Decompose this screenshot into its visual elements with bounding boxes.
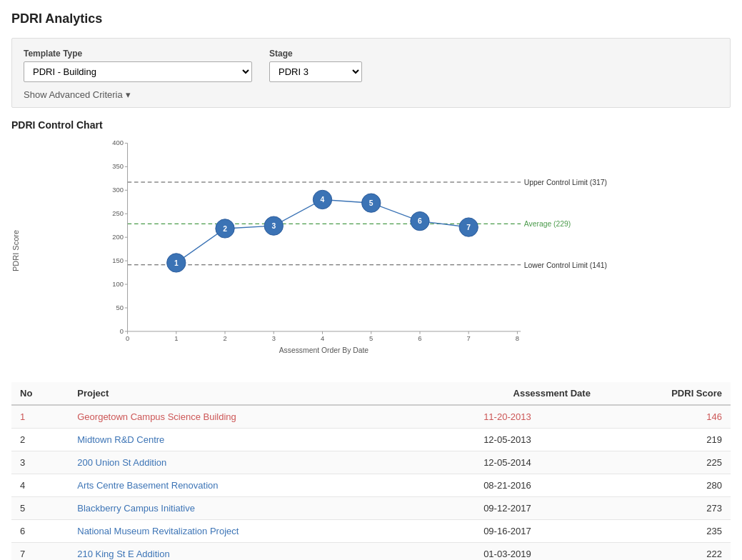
template-type-label: Template Type xyxy=(24,49,252,59)
lcl-label: Lower Control Limit (141) xyxy=(524,261,607,269)
project-link[interactable]: 210 King St E Addition xyxy=(77,549,169,559)
cell-no: 1 xyxy=(11,405,69,429)
chart-title: PDRI Control Chart xyxy=(11,119,731,131)
svg-text:3: 3 xyxy=(272,334,276,342)
col-no: No xyxy=(11,382,69,405)
cell-project[interactable]: 210 King St E Addition xyxy=(69,543,416,561)
svg-text:2: 2 xyxy=(223,334,226,342)
cell-score: 225 xyxy=(599,451,731,474)
cell-score: 222 xyxy=(599,543,731,561)
chart-area: PDRI Score Upper Control Limit (317) Ave… xyxy=(11,136,731,365)
chevron-down-icon: ▾ xyxy=(126,89,131,100)
project-link[interactable]: Midtown R&D Centre xyxy=(77,434,164,445)
project-link[interactable]: Arts Centre Basement Renovation xyxy=(77,480,218,491)
table-row: 2Midtown R&D Centre12-05-2013219 xyxy=(11,429,731,451)
avg-label: Average (229) xyxy=(524,220,571,228)
cell-date: 09-16-2017 xyxy=(416,520,599,543)
cell-project[interactable]: National Museum Revitalization Project xyxy=(69,520,416,543)
cell-no: 2 xyxy=(11,429,69,451)
svg-text:1: 1 xyxy=(174,259,179,267)
data-table: No Project Assessment Date PDRI Score 1G… xyxy=(11,382,731,560)
template-type-group: Template Type PDRI - Building PDRI - Ind… xyxy=(24,49,252,82)
svg-text:5: 5 xyxy=(369,199,373,207)
cell-project[interactable]: Blackberry Campus Initiative xyxy=(69,497,416,520)
show-advanced-button[interactable]: Show Advanced Criteria ▾ xyxy=(24,89,131,100)
svg-text:2: 2 xyxy=(223,225,227,233)
svg-text:3: 3 xyxy=(271,222,276,230)
stage-select[interactable]: PDRI 1 PDRI 2 PDRI 3 PDRI 4 xyxy=(269,61,362,82)
cell-date: 08-21-2016 xyxy=(416,474,599,497)
cell-score: 235 xyxy=(599,520,731,543)
svg-text:150: 150 xyxy=(112,256,124,264)
cell-no: 4 xyxy=(11,474,69,497)
svg-text:400: 400 xyxy=(112,139,124,146)
cell-no: 5 xyxy=(11,497,69,520)
svg-text:350: 350 xyxy=(112,162,124,170)
cell-project[interactable]: Georgetown Campus Science Building xyxy=(69,405,416,429)
col-score: PDRI Score xyxy=(599,382,731,405)
table-body: 1Georgetown Campus Science Building11-20… xyxy=(11,405,731,560)
cell-no: 3 xyxy=(11,451,69,474)
filter-row: Template Type PDRI - Building PDRI - Ind… xyxy=(24,49,718,82)
svg-text:250: 250 xyxy=(112,209,124,217)
chart-svg: Upper Control Limit (317) Average (229) … xyxy=(29,136,731,365)
table-row: 5Blackberry Campus Initiative09-12-20172… xyxy=(11,497,731,520)
cell-date: 12-05-2014 xyxy=(416,451,599,474)
stage-label: Stage xyxy=(269,49,362,59)
ucl-label: Upper Control Limit (317) xyxy=(524,179,607,186)
svg-text:4: 4 xyxy=(321,334,324,342)
y-axis-label: PDRI Score xyxy=(11,136,26,365)
cell-date: 09-12-2017 xyxy=(416,497,599,520)
stage-group: Stage PDRI 1 PDRI 2 PDRI 3 PDRI 4 xyxy=(269,49,362,82)
project-link[interactable]: 200 Union St Addition xyxy=(77,457,166,468)
cell-date: 01-03-2019 xyxy=(416,543,599,561)
cell-score: 273 xyxy=(599,497,731,520)
project-link[interactable]: Blackberry Campus Initiative xyxy=(77,503,195,514)
svg-text:100: 100 xyxy=(112,280,124,288)
col-date: Assessment Date xyxy=(416,382,599,405)
table-header: No Project Assessment Date PDRI Score xyxy=(11,382,731,405)
cell-score: 219 xyxy=(599,429,731,451)
svg-text:0: 0 xyxy=(120,327,124,335)
svg-text:1: 1 xyxy=(174,334,178,342)
svg-text:7: 7 xyxy=(467,334,471,342)
cell-no: 6 xyxy=(11,520,69,543)
chart-container: PDRI Score Upper Control Limit (317) Ave… xyxy=(11,136,731,365)
table-row: 7210 King St E Addition01-03-2019222 xyxy=(11,543,731,561)
svg-text:200: 200 xyxy=(112,233,124,241)
chart-inner: Upper Control Limit (317) Average (229) … xyxy=(29,136,731,365)
table-row: 6National Museum Revitalization Project0… xyxy=(11,520,731,543)
table-row: 3200 Union St Addition12-05-2014225 xyxy=(11,451,731,474)
cell-no: 7 xyxy=(11,543,69,561)
table-row: 1Georgetown Campus Science Building11-20… xyxy=(11,405,731,429)
svg-text:5: 5 xyxy=(369,334,373,342)
x-axis-label: Assessment Order By Date xyxy=(279,346,369,354)
cell-project[interactable]: Arts Centre Basement Renovation xyxy=(69,474,416,497)
show-advanced-label: Show Advanced Criteria xyxy=(24,89,123,100)
cell-score: 146 xyxy=(599,405,731,429)
cell-date: 11-20-2013 xyxy=(416,405,599,429)
svg-text:4: 4 xyxy=(321,196,325,204)
template-type-select[interactable]: PDRI - Building PDRI - Industrial PDRI -… xyxy=(24,61,252,82)
cell-project[interactable]: 200 Union St Addition xyxy=(69,451,416,474)
svg-text:300: 300 xyxy=(112,186,124,194)
svg-text:8: 8 xyxy=(516,334,519,342)
project-link[interactable]: National Museum Revitalization Project xyxy=(77,526,239,536)
page-title: PDRI Analytics xyxy=(11,11,731,26)
svg-text:6: 6 xyxy=(418,334,421,342)
svg-text:7: 7 xyxy=(466,224,471,231)
cell-project[interactable]: Midtown R&D Centre xyxy=(69,429,416,451)
col-project: Project xyxy=(69,382,416,405)
svg-text:6: 6 xyxy=(418,217,422,225)
cell-score: 280 xyxy=(599,474,731,497)
svg-text:50: 50 xyxy=(116,304,123,311)
project-link[interactable]: Georgetown Campus Science Building xyxy=(77,411,236,422)
cell-date: 12-05-2013 xyxy=(416,429,599,451)
table-header-row: No Project Assessment Date PDRI Score xyxy=(11,382,731,405)
svg-text:0: 0 xyxy=(126,334,129,342)
filter-bar: Template Type PDRI - Building PDRI - Ind… xyxy=(11,38,731,108)
table-row: 4Arts Centre Basement Renovation08-21-20… xyxy=(11,474,731,497)
